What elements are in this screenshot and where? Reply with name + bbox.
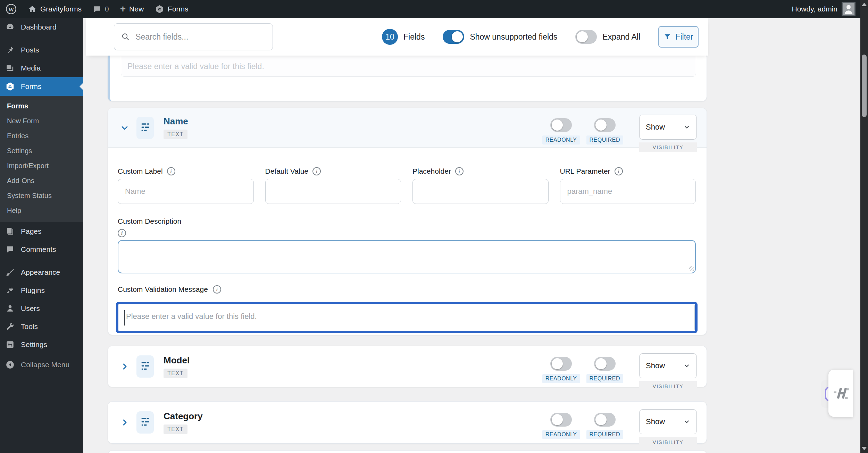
- chevron-down-icon[interactable]: [120, 124, 129, 132]
- visibility-label: VISIBILITY: [639, 381, 697, 391]
- field-title: Name: [164, 116, 188, 127]
- sidebar-item-media[interactable]: Media: [0, 59, 83, 77]
- readonly-toggle[interactable]: [550, 357, 572, 371]
- sidebar-item-label: Comments: [21, 245, 56, 254]
- submenu-item-system-status[interactable]: System Status: [0, 188, 83, 203]
- admin-sidebar: Dashboard Posts Media Forms Forms New Fo…: [0, 18, 83, 453]
- validation-focus-ring: [116, 302, 698, 333]
- extension-h-logo: [832, 384, 850, 402]
- search-field-box[interactable]: [114, 23, 273, 50]
- chevron-right-icon[interactable]: [120, 362, 129, 371]
- show-unsupported-toggle[interactable]: [443, 30, 464, 44]
- forms-submenu: Forms New Form Entries Settings Import/E…: [0, 96, 83, 222]
- submenu-item-settings[interactable]: Settings: [0, 143, 83, 158]
- chevron-right-icon[interactable]: [120, 418, 129, 427]
- scroll-up-arrow-icon[interactable]: [861, 3, 867, 6]
- extension-card-front[interactable]: [828, 370, 853, 417]
- sidebar-item-comments[interactable]: Comments: [0, 240, 83, 258]
- person-icon: [843, 3, 854, 15]
- forms-adminbar-menu[interactable]: Forms: [149, 0, 194, 18]
- field-type-badge: TEXT: [164, 425, 187, 434]
- sidebar-item-forms[interactable]: Forms: [0, 77, 83, 96]
- field-panel-model: Model TEXT READONLY REQUIRED Show: [108, 346, 707, 387]
- field-title: Model: [164, 355, 190, 366]
- gravityforms-icon: [5, 82, 15, 91]
- toggle-knob: [552, 414, 563, 425]
- toggle-knob: [595, 358, 607, 369]
- visibility-select[interactable]: Show: [639, 115, 697, 140]
- field-controls: READONLY REQUIRED Show VISIBILITY: [536, 348, 697, 385]
- expand-all-toggle[interactable]: [575, 30, 597, 44]
- required-label: REQUIRED: [586, 374, 623, 383]
- scrollbar-thumb[interactable]: [862, 55, 867, 117]
- sidebar-item-label: Plugins: [21, 286, 45, 295]
- info-icon[interactable]: i: [312, 167, 321, 175]
- required-toggle[interactable]: [594, 118, 616, 132]
- sidebar-item-label: Collapse Menu: [21, 361, 69, 369]
- site-name-menu[interactable]: Gravityforms: [22, 0, 87, 18]
- info-icon[interactable]: i: [167, 167, 175, 175]
- visibility-value: Show: [646, 417, 665, 426]
- submenu-item-entries[interactable]: Entries: [0, 129, 83, 143]
- visibility-select[interactable]: Show: [639, 353, 697, 378]
- sidebar-item-posts[interactable]: Posts: [0, 41, 83, 59]
- comments-menu[interactable]: 0: [87, 0, 115, 18]
- submenu-item-new-form[interactable]: New Form: [0, 114, 83, 129]
- collapse-icon: [5, 360, 15, 369]
- sidebar-item-dashboard[interactable]: Dashboard: [0, 18, 83, 36]
- submenu-item-import-export[interactable]: Import/Export: [0, 158, 83, 173]
- info-icon[interactable]: i: [213, 285, 221, 294]
- submenu-item-help[interactable]: Help: [0, 203, 83, 218]
- field-title: Category: [164, 411, 203, 422]
- custom-label-input[interactable]: [118, 179, 254, 204]
- sidebar-separator: [0, 258, 83, 263]
- filter-label: Filter: [675, 32, 693, 42]
- info-icon[interactable]: i: [118, 229, 126, 237]
- howdy-text[interactable]: Howdy, admin: [792, 5, 838, 13]
- settings-icon: [5, 340, 15, 349]
- sidebar-item-pages[interactable]: Pages: [0, 222, 83, 240]
- required-label: REQUIRED: [586, 135, 623, 145]
- field-panel-next-partial: [108, 450, 707, 453]
- new-menu[interactable]: + New: [115, 0, 149, 18]
- search-input[interactable]: [135, 32, 266, 42]
- page-scrollbar[interactable]: [860, 0, 868, 453]
- sidebar-item-users[interactable]: Users: [0, 299, 83, 318]
- sidebar-item-label: Appearance: [21, 268, 60, 277]
- placeholder-input[interactable]: [412, 179, 549, 204]
- submenu-item-add-ons[interactable]: Add-Ons: [0, 173, 83, 188]
- sidebar-item-tools[interactable]: Tools: [0, 318, 83, 336]
- sidebar-item-settings[interactable]: Settings: [0, 336, 83, 354]
- scroll-down-arrow-icon[interactable]: [861, 447, 867, 450]
- required-toggle[interactable]: [594, 413, 616, 427]
- url-parameter-input[interactable]: [560, 179, 696, 204]
- text-field-icon: [136, 117, 154, 139]
- custom-description-textarea[interactable]: [118, 240, 696, 273]
- avatar[interactable]: [842, 2, 856, 16]
- info-icon[interactable]: i: [455, 167, 464, 175]
- chevron-down-icon: [683, 124, 690, 131]
- default-value-input[interactable]: [265, 179, 401, 204]
- url-parameter-label: URL Parameter: [560, 167, 610, 175]
- toggle-knob: [577, 31, 588, 42]
- custom-label-label: Custom Label: [118, 167, 163, 175]
- readonly-toggle[interactable]: [550, 118, 572, 132]
- visibility-select[interactable]: Show: [639, 409, 697, 434]
- readonly-toggle[interactable]: [550, 413, 572, 427]
- text-field-icon: [136, 411, 154, 434]
- validation-placeholder-text: Please enter a valid value for this fiel…: [127, 62, 264, 71]
- required-toggle[interactable]: [594, 357, 616, 371]
- info-icon[interactable]: i: [615, 167, 623, 175]
- submenu-item-forms[interactable]: Forms: [0, 99, 83, 114]
- field-controls: READONLY REQUIRED Show VISIBILITY: [536, 109, 697, 147]
- sidebar-item-appearance[interactable]: Appearance: [0, 263, 83, 281]
- search-icon: [121, 32, 130, 42]
- readonly-label: READONLY: [542, 374, 580, 383]
- wordpress-menu[interactable]: W: [0, 0, 22, 18]
- field-panel-category: Category TEXT READONLY REQUIRED Show: [108, 401, 707, 444]
- sidebar-item-collapse-menu[interactable]: Collapse Menu: [0, 356, 83, 374]
- sidebar-item-plugins[interactable]: Plugins: [0, 281, 83, 299]
- fields-count-badge: 10: [382, 29, 398, 45]
- filter-button[interactable]: Filter: [658, 26, 699, 48]
- custom-validation-textarea[interactable]: [119, 305, 694, 330]
